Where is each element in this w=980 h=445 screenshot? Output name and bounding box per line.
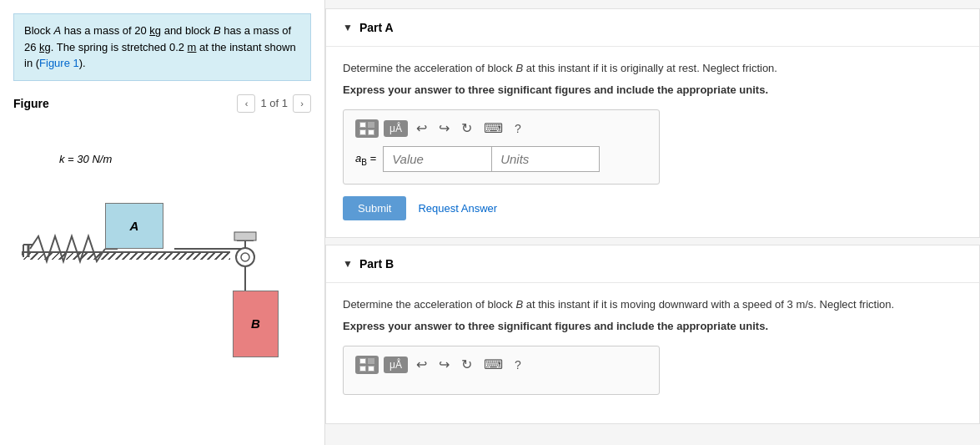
svg-point-6 (241, 253, 249, 261)
part-a-description: Determine the acceleration of block B at… (343, 60, 962, 77)
redo-button[interactable]: ↪ (435, 119, 453, 138)
part-b-body: Determine the acceleration of block B at… (326, 283, 979, 423)
figure-nav: ‹ 1 of 1 › (237, 94, 311, 113)
part-a-title: Part A (359, 21, 394, 34)
part-b-undo-button[interactable]: ↩ (413, 355, 430, 374)
part-a-request-link[interactable]: Request Answer (418, 202, 497, 215)
part-b-block-label: B (515, 298, 523, 311)
right-panel: ▼ Part A Determine the acceleration of b… (325, 0, 980, 445)
part-b-grid-button[interactable] (355, 356, 379, 374)
figure-nav-text: 1 of 1 (260, 97, 288, 109)
part-a-input-label: aB = (355, 152, 376, 167)
keyboard-button[interactable]: ⌨ (480, 119, 506, 138)
part-a-toolbar: μÅ ↩ ↪ ↻ ⌨ ? (355, 119, 647, 138)
block-a-label: A (130, 219, 139, 233)
part-b-section: ▼ Part B Determine the acceleration of b… (325, 245, 980, 424)
prev-figure-button[interactable]: ‹ (237, 94, 255, 113)
figure-area: k = 30 N/m (13, 119, 311, 432)
part-a-units-input[interactable] (491, 146, 600, 172)
spring-constant-label: k = 30 N/m (59, 153, 112, 165)
figure-header: Figure ‹ 1 of 1 › (13, 94, 311, 113)
figure-label: Figure (13, 97, 49, 110)
part-b-help-button[interactable]: ? (511, 357, 525, 373)
part-b-toolbar: μÅ ↩ ↪ ↻ ⌨ ? (355, 355, 647, 374)
part-a-desc-pre: Determine the acceleration of block (343, 62, 515, 74)
part-b-desc-post: at this instant if it is moving downward… (523, 298, 894, 311)
part-b-collapse-icon: ▼ (343, 258, 353, 270)
problem-statement: Block A has a mass of 20 kg and block B … (13, 13, 311, 81)
block-b-label: B (251, 316, 260, 331)
part-b-mu-button[interactable]: μÅ (384, 357, 408, 373)
part-a-submit-button[interactable]: Submit (343, 196, 406, 220)
figure-link[interactable]: Figure 1 (39, 57, 79, 69)
undo-button[interactable]: ↩ (413, 119, 430, 138)
grid-button[interactable] (355, 119, 379, 138)
part-a-answer-box: μÅ ↩ ↪ ↻ ⌨ ? aB = (343, 109, 660, 185)
part-a-instruction: Express your answer to three significant… (343, 82, 962, 99)
part-a-body: Determine the acceleration of block B at… (326, 47, 979, 237)
part-b-answer-box: μÅ ↩ ↪ ↻ ⌨ ? (343, 346, 660, 395)
part-b-refresh-button[interactable]: ↻ (458, 355, 475, 374)
block-a: A (105, 203, 163, 249)
svg-rect-10 (234, 232, 256, 240)
left-panel: Block A has a mass of 20 kg and block B … (0, 0, 325, 445)
part-a-section: ▼ Part A Determine the acceleration of b… (325, 8, 980, 238)
part-a-collapse-icon: ▼ (343, 22, 353, 33)
ground-hatching (22, 253, 230, 260)
part-b-keyboard-button[interactable]: ⌨ (480, 355, 506, 374)
part-a-input-row: aB = (355, 146, 647, 172)
part-a-actions: Submit Request Answer (343, 196, 962, 220)
part-b-instruction: Express your answer to three significant… (343, 318, 962, 335)
part-b-description: Determine the acceleration of block B at… (343, 296, 962, 313)
part-a-desc-post: at this instant if it is originally at r… (523, 62, 777, 74)
part-b-title: Part B (359, 257, 394, 271)
mu-button[interactable]: μÅ (384, 120, 408, 137)
part-b-redo-button[interactable]: ↪ (435, 355, 453, 374)
part-a-block-label: B (515, 62, 523, 74)
problem-text: Block A has a mass of 20 kg and block B … (24, 24, 296, 69)
diagram: k = 30 N/m (13, 128, 311, 378)
part-a-value-input[interactable] (383, 146, 491, 172)
part-b-header[interactable]: ▼ Part B (326, 245, 979, 283)
block-b: B (233, 291, 279, 357)
part-b-desc-pre: Determine the acceleration of block (343, 298, 515, 311)
refresh-button[interactable]: ↻ (458, 119, 475, 138)
next-figure-button[interactable]: › (293, 94, 311, 113)
help-button[interactable]: ? (511, 120, 525, 137)
part-a-header[interactable]: ▼ Part A (326, 9, 979, 47)
